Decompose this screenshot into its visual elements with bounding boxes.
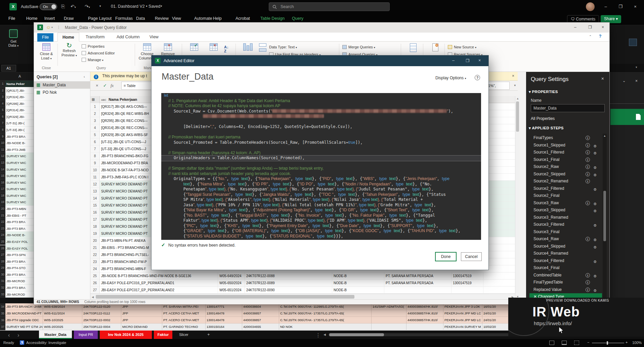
- zoom-level[interactable]: 100%: [632, 341, 642, 345]
- code-line[interactable]: {"Nilai Bayar Ke Mitra", type text}, {"A…: [161, 208, 481, 213]
- row-number[interactable]: 12: [0, 153, 5, 160]
- row-number[interactable]: 5: [0, 107, 5, 114]
- row-number[interactable]: 28: [0, 258, 5, 265]
- pq-close-icon[interactable]: ×: [602, 25, 604, 30]
- step-settings-icon[interactable]: ⚙: [593, 143, 597, 149]
- grid-cell[interactable]: [452, 287, 483, 294]
- grid-cell[interactable]: JBI-EASY POLE-EPC017_EP_PERMATALAND2: [100, 287, 218, 294]
- excel-cell[interactable]: 4200034655: [242, 323, 279, 330]
- code-line[interactable]: [161, 161, 481, 166]
- excel-cell[interactable]: PT. ACERO CETHA MET: [162, 310, 206, 317]
- sheet-nav-right-icon[interactable]: ›: [17, 332, 19, 338]
- steps-scroll-up-icon[interactable]: ▲: [603, 134, 606, 137]
- excel-tab-page-layout[interactable]: Page Layout: [88, 16, 112, 21]
- excel-cell[interactable]: 10/02/20: [482, 323, 508, 330]
- excel-cell[interactable]: 1300148478: [206, 310, 242, 317]
- grid-row-number[interactable]: 9: [90, 160, 100, 167]
- excel-cell[interactable]: SURVEY MIC: [5, 186, 36, 192]
- row-number[interactable]: 4: [0, 100, 5, 107]
- grid-cell[interactable]: NODE-B: [332, 287, 384, 294]
- applied-step-replaced-value[interactable]: Replaced Valuei⚙: [529, 286, 602, 293]
- code-line[interactable]: OriginalTypes = {{"No.", type text}, {"N…: [161, 176, 481, 182]
- tab-splitter-icon[interactable]: ⋮: [315, 332, 321, 338]
- step-settings-icon[interactable]: ⚙: [593, 186, 597, 192]
- excel-cell[interactable]: PEKERJAAN SURVEY M: [443, 323, 482, 330]
- grid-cell[interactable]: NODE-B: [332, 279, 384, 287]
- step-settings-icon[interactable]: ⚙: [593, 244, 597, 250]
- data-type-dropdown[interactable]: Data Type: Text ▾: [269, 45, 297, 49]
- excel-cell[interactable]: JBI-NODE B-: [5, 232, 36, 238]
- advanced-editor-button[interactable]: Advanced Editor: [82, 51, 115, 55]
- excel-tab-help[interactable]: Help: [213, 16, 222, 21]
- excel-cell[interactable]: JBI-PT3-JMB: [5, 146, 36, 153]
- excel-cell[interactable]: 4400038604: [242, 303, 279, 310]
- row-number[interactable]: 3: [0, 94, 5, 100]
- formula-expand-icon[interactable]: ▾: [636, 66, 637, 69]
- row-number[interactable]: 30: [0, 271, 5, 278]
- dialog-titlebar[interactable]: X Advanced Editor – ❐ ×: [152, 55, 488, 66]
- code-line[interactable]: // 1. Pengaturan Awal: Ambil Header & Ti…: [161, 98, 481, 104]
- excel-cell[interactable]: 4400038604/HK.810/: [406, 303, 443, 310]
- excel-cell[interactable]: [372, 310, 406, 317]
- smiley-feedback-icon[interactable]: ☺: [46, 25, 51, 30]
- pq-minimize-icon[interactable]: –: [574, 25, 576, 30]
- excel-cell[interactable]: SURVEY MIC: [5, 160, 36, 166]
- row-number[interactable]: 31: [0, 278, 5, 285]
- code-line[interactable]: [161, 119, 481, 125]
- excel-cell[interactable]: JPP: [121, 317, 162, 323]
- grid-cell[interactable]: JBI-PT3 BRANCHING-PLTSEL-: [100, 251, 151, 258]
- excel-cell[interactable]: 4400038857: [242, 317, 279, 323]
- code-line[interactable]: [161, 114, 481, 119]
- zoom-slider-thumb[interactable]: [607, 341, 608, 345]
- excel-cell[interactable]: [372, 323, 406, 330]
- step-settings-icon[interactable]: ⚙: [593, 201, 597, 207]
- title-chevron-icon[interactable]: ▾: [161, 4, 162, 8]
- code-line[interactable]: Faktur", type text}, {"Status APM", type…: [161, 218, 481, 223]
- step-settings-icon[interactable]: ⚙: [593, 172, 597, 178]
- query-list-item-selected[interactable]: [610, 109, 644, 125]
- row-number[interactable]: 16: [0, 179, 5, 186]
- undo-icon[interactable]: ↶▾: [71, 4, 76, 9]
- excel-cell[interactable]: 1300150164: [206, 323, 242, 330]
- sheet-tab-master-data[interactable]: Master_Data: [39, 331, 72, 339]
- row-number[interactable]: 34: [0, 303, 5, 310]
- grid-cell[interactable]: [UT-31] JBI-QE UTI-CONS---J: [100, 138, 151, 145]
- sort-az-icon[interactable]: A↓Z: [224, 45, 228, 53]
- excel-cell[interactable]: JBI-PT3-SPN: [5, 252, 36, 258]
- pane-collapse-icon[interactable]: ⌄: [622, 79, 626, 83]
- sheet-tab-inv-nok-2024-2025[interactable]: Inv Nok 2024 & 2025: [100, 331, 152, 339]
- grid-cell[interactable]: [QR324] JBI-QE REC-WIBS-BH: [100, 110, 151, 117]
- grid-row-number[interactable]: 17: [90, 216, 100, 223]
- excel-cell[interactable]: PEKERJAAN JPP MD LC: [443, 317, 482, 323]
- sheet-scrollbar-thumb[interactable]: [329, 333, 384, 336]
- step-settings-icon[interactable]: ⚙: [593, 258, 597, 264]
- step-settings-icon[interactable]: ⚙: [593, 164, 597, 170]
- excel-tab-data[interactable]: Data: [136, 16, 145, 21]
- row-number[interactable]: 25: [0, 238, 5, 245]
- query-list-item[interactable]: Master_Data▦: [34, 81, 90, 89]
- query-settings-close-icon[interactable]: ×: [601, 76, 604, 81]
- new-source-button[interactable]: New Source ▾: [448, 45, 476, 49]
- grid-row-number[interactable]: 10: [90, 167, 100, 174]
- document-title[interactable]: 01. Dashboard V2 • Saved: [111, 4, 161, 9]
- close-and-load-button[interactable]: Close &Load ▾: [37, 43, 56, 61]
- grid-cell[interactable]: [QR317] JBI-QE AKS-CONS---: [100, 103, 151, 110]
- row-number[interactable]: 8: [0, 127, 5, 133]
- row-number[interactable]: 37: [0, 323, 5, 330]
- step-info-icon[interactable]: i: [586, 273, 590, 277]
- avatar[interactable]: [586, 2, 595, 11]
- grid-vscrollbar[interactable]: ▲ ▼: [515, 96, 519, 299]
- code-line[interactable]: SP Mitra", type text}, {"Akselersi", typ…: [161, 197, 481, 203]
- code-line[interactable]: text}, {"Nama Mitra", type text}, {"ID P…: [161, 182, 481, 187]
- excel-cell[interactable]: JBI-PT3 BRA: [5, 285, 36, 291]
- formula-accept-icon[interactable]: ✓: [103, 83, 107, 88]
- excel-cell[interactable]: ND NOK: [279, 323, 372, 330]
- grid-row-number[interactable]: 3: [90, 117, 100, 124]
- combine-files-button[interactable]: [403, 43, 423, 53]
- excel-cell[interactable]: JBI-NODE B-: [5, 140, 36, 146]
- step-info-icon[interactable]: i: [586, 158, 590, 162]
- search-input[interactable]: Search: [269, 2, 390, 11]
- display-options-dropdown[interactable]: Display Options ▾: [435, 76, 466, 80]
- hscroll-thumb[interactable]: [96, 295, 354, 299]
- grid-row-number[interactable]: 18: [90, 223, 100, 230]
